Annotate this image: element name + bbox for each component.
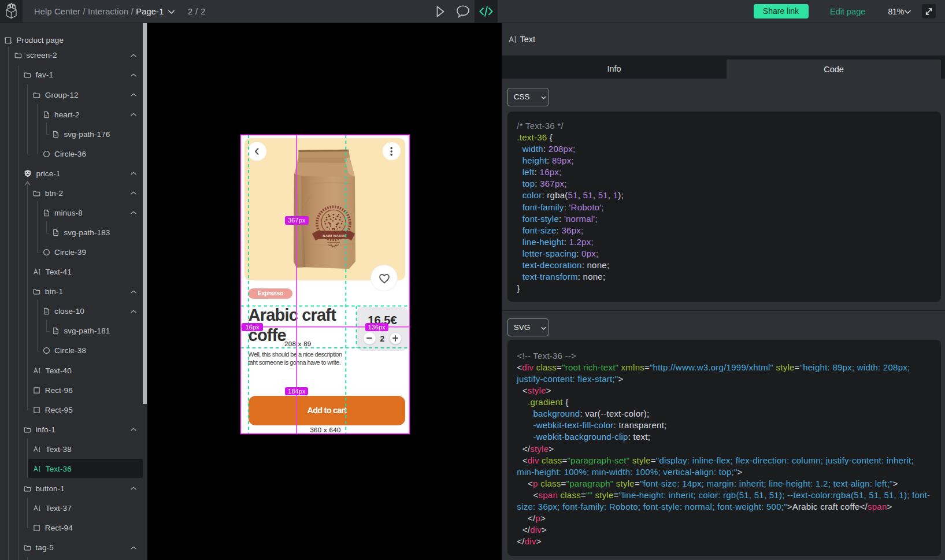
svg-text:NABI NAHUI: NABI NAHUI	[323, 233, 345, 237]
